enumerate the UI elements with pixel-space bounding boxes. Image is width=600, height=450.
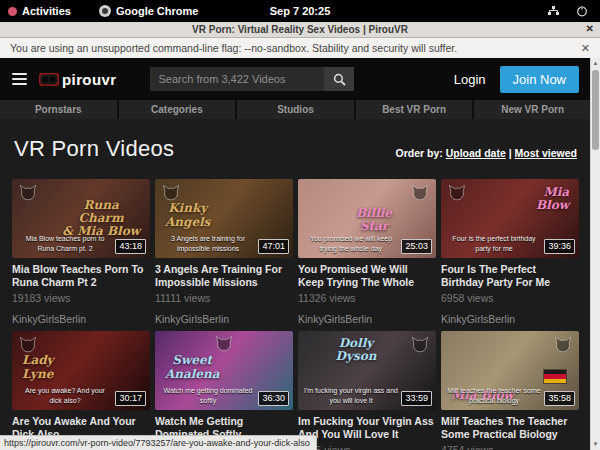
video-title[interactable]: Mia Blow Teaches Porn To Runa Charm Pt 2 (12, 263, 150, 288)
order-most-viewed-link[interactable]: Most viewed (515, 147, 577, 159)
login-link[interactable]: Login (454, 72, 486, 87)
studio-watermark-cat-mask-icon (214, 334, 234, 354)
activities-button[interactable]: Activities (8, 5, 71, 17)
scroll-down-icon[interactable]: ▼ (591, 439, 600, 450)
window-title-bar: VR Porn: Virtual Reality Sex Videos | Pi… (0, 22, 600, 38)
chrome-app-menu[interactable]: Google Chrome (99, 5, 199, 17)
video-title[interactable]: Im Fucking Your Virgin Ass And You Will … (298, 415, 436, 440)
video-title[interactable]: 3 Angels Are Training For Impossible Mis… (155, 263, 293, 288)
thumbnail-caption: I'm fucking your virgin ass and you will… (304, 386, 398, 405)
activities-label: Activities (22, 5, 71, 17)
browser-viewport: pirouvr Login Join Now Pornstars (0, 58, 600, 450)
thumbnail-overlay-title: Billie Star (356, 207, 392, 233)
studio-watermark-cat-mask-icon (553, 335, 573, 355)
status-url-bubble: https://pirouvr.com/vr-porn-video/779325… (0, 435, 317, 450)
chrome-app-label: Google Chrome (116, 5, 199, 17)
main-nav: Pornstars Categories Studios Best VR Por… (0, 100, 591, 119)
view-count: 11326 views (298, 292, 436, 304)
clock[interactable]: Sep 7 20:25 (270, 5, 331, 17)
video-title[interactable]: Milf Teaches The Teacher Some Practical … (441, 415, 579, 440)
nav-item-studios[interactable]: Studios (237, 100, 354, 119)
thumbnail-overlay-title: Lady Lyne (22, 354, 54, 380)
order-by: Order by: Upload date | Most viewed (395, 147, 577, 162)
duration-badge: 39:36 (544, 239, 575, 254)
video-thumbnail[interactable]: Runa Charm & Mia Blow Mia Blow teaches p… (12, 179, 150, 258)
nav-item-best[interactable]: Best VR Porn (356, 100, 473, 119)
power-icon[interactable] (576, 5, 588, 17)
warning-close-icon[interactable]: ✕ (581, 42, 590, 55)
duration-badge: 33:59 (401, 391, 432, 406)
studio-link[interactable]: KinkyGirlsBerlin (155, 313, 293, 325)
hamburger-menu-icon[interactable] (12, 73, 27, 85)
studio-watermark-cat-mask-icon (18, 335, 38, 355)
window-close-icon[interactable]: ✕ (586, 23, 594, 34)
logo-text: pirouvr (62, 71, 116, 88)
video-card[interactable]: Billie Star You promised we will keep tr… (298, 179, 436, 325)
video-thumbnail[interactable]: Kinky Angels 3 Angels are training for i… (155, 179, 293, 258)
thumbnail-caption: Four is the perfect birthday party for m… (447, 234, 541, 253)
window-title: VR Porn: Virtual Reality Sex Videos | Pi… (192, 24, 408, 35)
video-card[interactable]: Mia Blow Milf teaches the teacher some p… (441, 331, 579, 450)
studio-link[interactable]: KinkyGirlsBerlin (441, 313, 579, 325)
video-card[interactable]: Kinky Angels 3 Angels are training for i… (155, 179, 293, 325)
search-icon (333, 73, 346, 86)
view-count: 19183 views (12, 292, 150, 304)
network-icon[interactable] (547, 5, 560, 17)
order-separator: | (509, 147, 512, 159)
order-upload-date-link[interactable]: Upload date (446, 147, 506, 159)
video-thumbnail[interactable]: Sweet Analena Watch me getting dominated… (155, 331, 293, 410)
thumbnail-overlay-title: Sweet Analena (165, 354, 220, 380)
thumbnail-caption: Are you awake? And your dick also? (18, 386, 112, 405)
nav-item-categories[interactable]: Categories (119, 100, 236, 119)
video-card[interactable]: Lady Lyne Are you awake? And your dick a… (12, 331, 150, 450)
thumbnail-overlay-title: Kinky Angels (165, 202, 210, 228)
video-thumbnail[interactable]: Mia Blow Milf teaches the teacher some p… (441, 331, 579, 410)
studio-watermark-cat-mask-icon (18, 183, 38, 203)
site-header: pirouvr Login Join Now (0, 58, 591, 100)
thumbnail-overlay-title: Dolly Dyson (336, 337, 377, 363)
site-logo[interactable]: pirouvr (39, 71, 116, 88)
studio-watermark-cat-mask-icon (410, 335, 430, 355)
video-title[interactable]: Four Is The Perfect Birthday Party For M… (441, 263, 579, 288)
video-grid: Runa Charm & Mia Blow Mia Blow teaches p… (0, 179, 591, 450)
page-heading-row: VR Porn Videos Order by: Upload date | M… (0, 119, 591, 179)
scrollbar-thumb[interactable] (592, 70, 599, 150)
scroll-up-icon[interactable]: ▲ (591, 58, 600, 69)
thumbnail-caption: Milf teaches the teacher some practical … (447, 386, 541, 405)
video-card[interactable]: Runa Charm & Mia Blow Mia Blow teaches p… (12, 179, 150, 325)
thumbnail-overlay-title: Mia Blow (536, 186, 569, 212)
browser-scrollbar[interactable]: ▲ ▼ (590, 58, 600, 450)
studio-link[interactable]: KinkyGirlsBerlin (12, 313, 150, 325)
video-title[interactable]: You Promised We Will Keep Trying The Who… (298, 263, 436, 288)
video-card[interactable]: Dolly Dyson I'm fucking your virgin ass … (298, 331, 436, 450)
search-input[interactable] (150, 67, 324, 91)
activities-indicator-icon (8, 7, 17, 16)
video-card[interactable]: Sweet Analena Watch me getting dominated… (155, 331, 293, 450)
duration-badge: 30:17 (115, 391, 146, 406)
video-thumbnail[interactable]: Dolly Dyson I'm fucking your virgin ass … (298, 331, 436, 410)
video-thumbnail[interactable]: Mia Blow Four is the perfect birthday pa… (441, 179, 579, 258)
studio-watermark-cat-mask-icon (161, 183, 181, 203)
duration-badge: 43:18 (115, 239, 146, 254)
duration-badge: 25:03 (401, 239, 432, 254)
duration-badge: 36:30 (258, 391, 289, 406)
german-flag-icon (543, 369, 567, 384)
video-thumbnail[interactable]: Billie Star You promised we will keep tr… (298, 179, 436, 258)
studio-watermark-cat-mask-icon (447, 183, 467, 203)
nav-item-new[interactable]: New VR Porn (474, 100, 591, 119)
desktop-screen: Activities Google Chrome Sep 7 20:25 VR … (0, 0, 600, 450)
studio-link[interactable]: KinkyGirlsBerlin (298, 313, 436, 325)
order-by-label: Order by: (395, 147, 442, 159)
join-now-button[interactable]: Join Now (500, 66, 579, 93)
nav-item-pornstars[interactable]: Pornstars (0, 100, 117, 119)
video-thumbnail[interactable]: Lady Lyne Are you awake? And your dick a… (12, 331, 150, 410)
search-button[interactable] (324, 67, 354, 91)
system-top-bar: Activities Google Chrome Sep 7 20:25 (0, 0, 600, 22)
search-bar (150, 67, 354, 91)
page-title: VR Porn Videos (14, 136, 174, 162)
video-card[interactable]: Mia Blow Four is the perfect birthday pa… (441, 179, 579, 325)
view-count: 8785 views (298, 444, 436, 450)
vr-goggles-icon (39, 73, 59, 86)
duration-badge: 35:58 (544, 391, 575, 406)
thumbnail-overlay-title: Runa Charm & Mia Blow (62, 199, 140, 239)
